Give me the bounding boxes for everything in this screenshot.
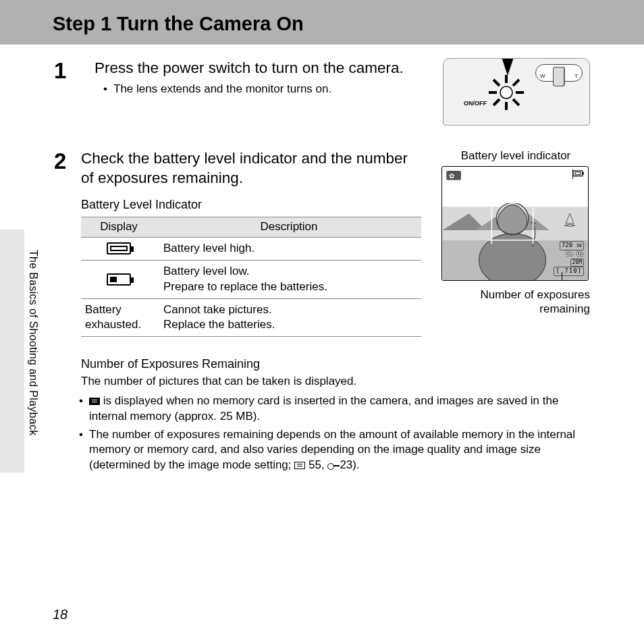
internal-memory-icon [89,398,100,405]
side-tab [0,230,24,473]
manual-page-icon [294,462,305,469]
onoff-label: ON/OFF [464,99,487,107]
battery-table: Display Description Battery level high. … [81,217,421,338]
side-chapter-text: The Basics of Shooting and Playback [26,250,41,452]
svg-text:✿: ✿ [449,172,454,180]
exposures-intro: The number of pictures that can be taken… [81,374,590,390]
svg-rect-17 [583,172,584,175]
svg-rect-18 [575,172,581,175]
battery-exhausted-desc: Cannot take pictures. Replace the batter… [157,298,421,337]
lcd-top-label: Battery level indicator [441,149,590,164]
battery-high-desc: Battery level high. [157,237,421,260]
lcd-illustration: ✿ 720 30 5m 0s 20M [441,166,589,281]
battery-low-icon [107,273,131,286]
bullet-internal-memory: is displayed when no memory card is inse… [81,394,590,425]
svg-point-0 [500,86,512,99]
th-display: Display [81,217,157,237]
svg-rect-16 [573,171,583,176]
page-title: Step 1 Turn the Camera On [53,11,304,37]
step2-instruction: Check the battery level indicator and th… [81,149,421,188]
step1-instruction: Press the power switch to turn on the ca… [95,58,429,78]
battery-high-icon [107,242,131,254]
exposures-heading: Number of Exposures Remaining [81,356,590,372]
step-number-1: 1 [54,58,81,126]
svg-line-6 [513,99,519,105]
lcd-bottom-label: Number of exposures remaining [441,288,590,317]
title-bar: Step 1 Turn the Camera On [0,0,644,45]
bullet-depends: The number of exposures remaining depend… [81,427,590,474]
camera-top-illustration: ON/OFF W T [443,58,590,126]
th-description: Description [157,217,421,237]
battery-exhausted-label: Battery exhausted. [81,298,157,337]
battery-heading: Battery Level Indicator [81,196,421,213]
page-number: 18 [53,606,68,624]
reference-icon [327,462,340,470]
svg-line-7 [493,99,500,105]
step1-bullet: The lens extends and the monitor turns o… [105,82,429,97]
svg-line-8 [513,80,519,86]
svg-line-5 [493,80,500,86]
battery-low-desc: Battery level low. Prepare to replace th… [157,260,421,298]
step-number-2: 2 [54,149,81,476]
